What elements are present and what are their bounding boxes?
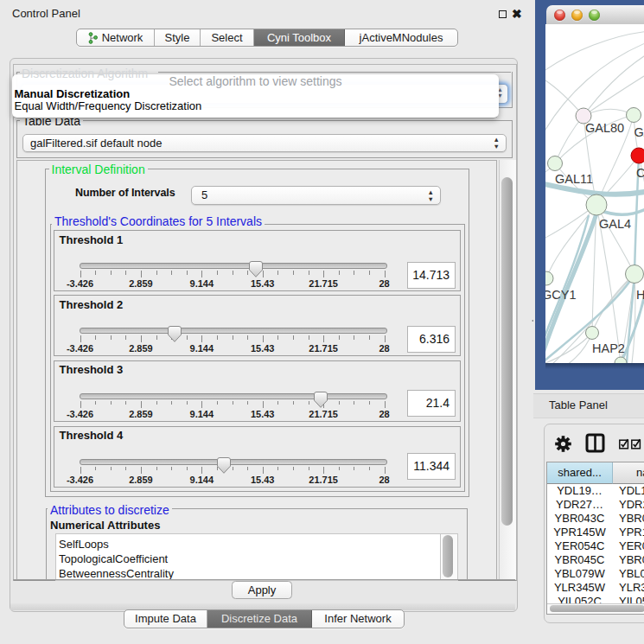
svg-text:HA: HA xyxy=(636,288,644,302)
svg-text:GAL11: GAL11 xyxy=(555,172,593,186)
svg-text:GCY1: GCY1 xyxy=(545,288,577,302)
svg-text:GAL80: GAL80 xyxy=(585,121,624,135)
svg-text:HAP2: HAP2 xyxy=(592,341,625,355)
svg-text:GAL4: GAL4 xyxy=(599,217,631,231)
svg-text:CR: CR xyxy=(636,166,644,180)
svg-text:GA: GA xyxy=(634,125,644,139)
